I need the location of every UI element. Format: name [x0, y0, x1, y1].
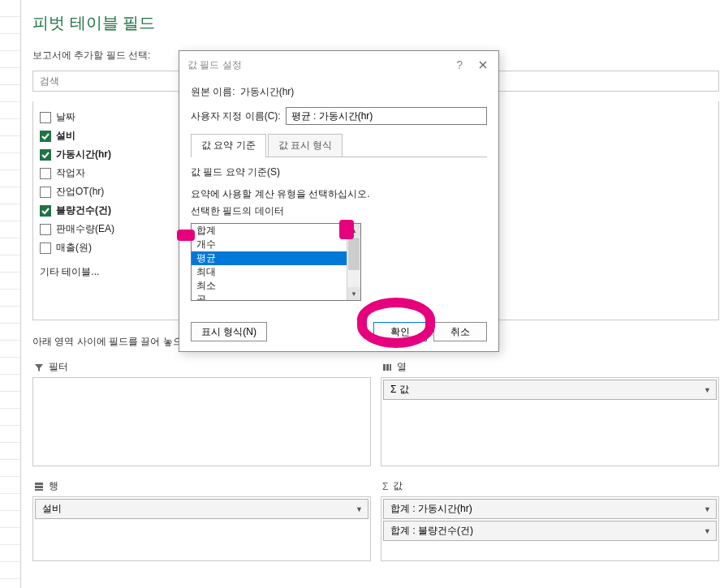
instruction-2: 선택한 필드의 데이터 — [191, 204, 487, 218]
custom-name-input[interactable] — [286, 107, 487, 125]
svg-rect-2 — [390, 364, 391, 371]
field-label: 잔업OT(hr) — [56, 185, 104, 199]
scroll-down-icon[interactable]: ▼ — [347, 287, 360, 300]
checkbox-icon[interactable] — [40, 131, 51, 142]
values-label: 값 — [393, 479, 403, 493]
help-icon[interactable]: ? — [456, 58, 463, 71]
dialog-title-text: 값 필드 설정 — [187, 58, 242, 72]
tab-summarize[interactable]: 값 요약 기준 — [191, 134, 266, 157]
field-label: 설비 — [56, 129, 75, 143]
columns-label: 열 — [397, 360, 407, 374]
checkbox-icon[interactable] — [40, 168, 51, 179]
filters-area[interactable]: 필터 — [32, 357, 371, 466]
svg-rect-0 — [383, 364, 386, 371]
checkbox-icon[interactable] — [40, 205, 51, 217]
list-option[interactable]: 합계 — [192, 224, 360, 238]
field-label: 판매수량(EA) — [56, 222, 114, 236]
field-label: 가동시간(hr) — [56, 148, 111, 161]
values-area[interactable]: Σ 값 합계 : 가동시간(hr)▼ 합계 : 불량건수(건)▼ — [381, 476, 719, 561]
chevron-down-icon[interactable]: ▼ — [356, 505, 363, 513]
summarize-function-listbox[interactable]: 합계 개수 평균 최대 최소 곱 ▲ ▼ — [191, 223, 361, 301]
list-option[interactable]: 최소 — [192, 279, 360, 293]
scroll-thumb[interactable] — [348, 238, 360, 270]
checkbox-icon[interactable] — [40, 242, 51, 254]
scrollbar[interactable]: ▲ ▼ — [347, 224, 360, 300]
list-option[interactable]: 곱 — [192, 293, 360, 301]
scroll-up-icon[interactable]: ▲ — [347, 224, 360, 237]
chevron-down-icon[interactable]: ▼ — [704, 505, 711, 513]
chevron-down-icon[interactable]: ▼ — [704, 386, 711, 394]
svg-rect-3 — [35, 483, 43, 485]
dialog-titlebar[interactable]: 값 필드 설정 ? — [179, 51, 498, 79]
chevron-down-icon[interactable]: ▼ — [704, 527, 711, 535]
source-name-value: 가동시간(hr) — [240, 85, 295, 99]
checkbox-icon[interactable] — [40, 224, 51, 235]
columns-icon — [382, 363, 392, 372]
panel-title: 피벗 테이블 필드 — [32, 12, 719, 34]
sigma-icon: Σ — [382, 481, 388, 492]
value-field-entry[interactable]: 합계 : 가동시간(hr)▼ — [383, 499, 717, 519]
svg-rect-5 — [35, 489, 43, 491]
value-field-entry[interactable]: 합계 : 불량건수(건)▼ — [383, 521, 717, 541]
ok-button[interactable]: 확인 — [373, 322, 427, 341]
source-name-label: 원본 이름: — [191, 85, 235, 99]
number-format-button[interactable]: 표시 형식(N) — [191, 322, 267, 341]
row-field-entry[interactable]: 설비▼ — [35, 499, 368, 519]
svg-rect-1 — [386, 364, 389, 371]
rows-area[interactable]: 행 설비▼ — [32, 476, 371, 561]
column-field-entry[interactable]: Σ 값▼ — [383, 380, 717, 400]
value-field-settings-dialog: 값 필드 설정 ? 원본 이름: 가동시간(hr) 사용자 지정 이름(C): … — [179, 50, 499, 352]
criteria-heading: 값 필드 요약 기준(S) — [191, 165, 487, 179]
checkbox-icon[interactable] — [40, 112, 51, 123]
close-icon[interactable] — [476, 58, 490, 72]
checkbox-icon[interactable] — [40, 149, 51, 161]
checkbox-icon[interactable] — [40, 187, 51, 198]
filter-icon — [34, 363, 44, 372]
custom-name-label: 사용자 지정 이름(C): — [191, 109, 281, 123]
cancel-button[interactable]: 취소 — [433, 322, 487, 341]
tab-show-as[interactable]: 값 표시 형식 — [268, 134, 343, 157]
columns-area[interactable]: 열 Σ 값▼ — [381, 357, 719, 466]
instruction-1: 요약에 사용할 계산 유형을 선택하십시오. — [191, 187, 487, 201]
filters-label: 필터 — [49, 360, 68, 374]
list-option-selected[interactable]: 평균 — [192, 251, 360, 265]
rows-icon — [34, 482, 44, 491]
list-option[interactable]: 최대 — [192, 265, 360, 279]
svg-rect-4 — [35, 486, 43, 488]
field-label: 매출(원) — [56, 241, 92, 255]
field-label: 작업자 — [56, 166, 85, 180]
spreadsheet-gutter — [0, 0, 21, 588]
field-label: 날짜 — [56, 110, 75, 124]
field-label: 불량건수(건) — [56, 204, 111, 217]
list-option[interactable]: 개수 — [192, 238, 360, 251]
rows-label: 행 — [49, 479, 58, 493]
